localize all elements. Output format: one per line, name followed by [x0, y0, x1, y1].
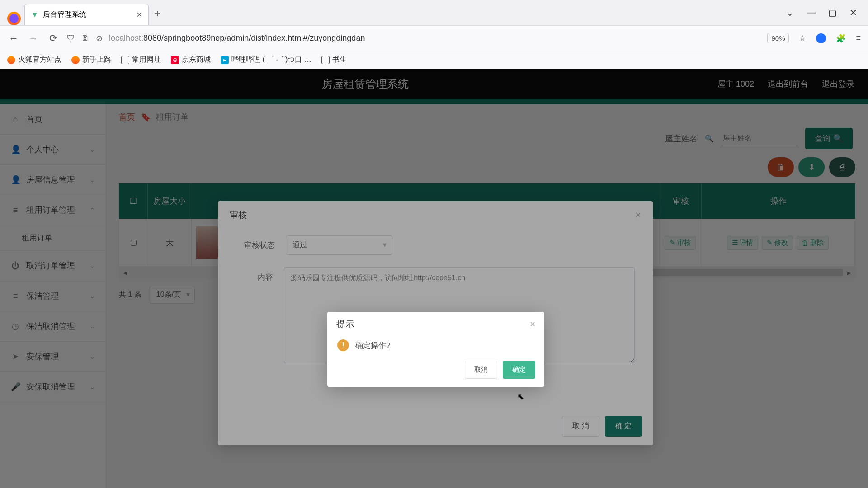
- bookmark-item[interactable]: 书生: [321, 55, 347, 65]
- confirm-ok-button[interactable]: 确定: [503, 361, 535, 379]
- profile-icon[interactable]: [816, 33, 826, 43]
- confirm-title: 提示: [336, 318, 354, 330]
- bookmark-item[interactable]: 新手上路: [71, 55, 111, 65]
- url-toolbar: ← → ⟳ 🛡 🗎 ⊘ localhost:8080/springboot89n…: [0, 26, 868, 51]
- bookmark-item[interactable]: ⊕京东商城: [171, 55, 211, 65]
- close-window-icon[interactable]: ✕: [849, 7, 857, 18]
- minimize-icon[interactable]: —: [807, 7, 816, 18]
- vue-icon: ▼: [31, 11, 38, 19]
- tab-title: 后台管理系统: [43, 10, 86, 19]
- bookmark-item[interactable]: 火狐官方站点: [7, 55, 61, 65]
- connection-icon: ⊘: [96, 33, 103, 43]
- confirm-backdrop: [0, 69, 868, 488]
- confirm-message: 确定操作?: [355, 340, 390, 351]
- reload-button[interactable]: ⟳: [47, 33, 60, 44]
- confirm-dialog: 提示 × ! 确定操作? 取消 确定: [327, 312, 544, 387]
- zoom-level[interactable]: 90%: [767, 33, 789, 43]
- bookmark-item[interactable]: 常用网址: [121, 55, 161, 65]
- forward-button: →: [27, 33, 40, 44]
- address-bar[interactable]: 🛡 🗎 ⊘ localhost:8080/springboot89nep/adm…: [67, 33, 760, 43]
- tabs-dropdown-icon[interactable]: ⌄: [786, 7, 794, 18]
- bookmarks-bar: 火狐官方站点 新手上路 常用网址 ⊕京东商城 ▸哔哩哔哩 ( ﾟ- ﾟ)つ口 ……: [0, 51, 868, 69]
- hamburger-menu-icon[interactable]: ≡: [856, 33, 861, 43]
- new-tab-button[interactable]: +: [154, 7, 160, 25]
- warning-icon: !: [337, 339, 349, 351]
- close-icon[interactable]: ×: [530, 319, 535, 329]
- page-info-icon: 🗎: [81, 33, 90, 43]
- browser-tab-strip: ▼ 后台管理系统 × + ⌄ — ▢ ✕: [0, 0, 868, 26]
- firefox-logo-icon: [7, 12, 21, 25]
- bookmark-star-icon[interactable]: ☆: [799, 33, 806, 43]
- close-tab-icon[interactable]: ×: [137, 9, 142, 20]
- extensions-icon[interactable]: 🧩: [836, 33, 846, 43]
- bookmark-item[interactable]: ▸哔哩哔哩 ( ﾟ- ﾟ)つ口 …: [221, 55, 311, 65]
- browser-tab[interactable]: ▼ 后台管理系统 ×: [24, 4, 149, 25]
- back-button[interactable]: ←: [7, 33, 20, 44]
- confirm-cancel-button[interactable]: 取消: [465, 361, 497, 379]
- shield-icon: 🛡: [67, 33, 75, 43]
- maximize-icon[interactable]: ▢: [828, 7, 837, 18]
